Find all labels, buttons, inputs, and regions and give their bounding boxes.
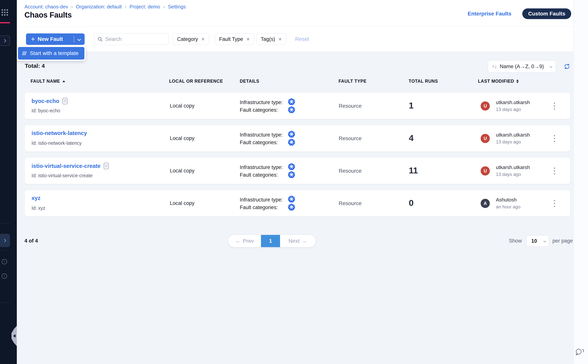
fault-type-cell: Resource xyxy=(339,200,362,207)
close-icon[interactable]: × xyxy=(279,36,281,42)
fault-row: istio-virtual-service-create Id: istio-v… xyxy=(25,157,570,184)
modified-by-user: Ashutosh xyxy=(496,197,516,203)
column-header-last-modified[interactable]: LAST MODIFIED xyxy=(478,79,519,84)
support-chat-icon[interactable] xyxy=(575,348,585,359)
sidebar-expand-button[interactable] xyxy=(0,36,10,46)
sort-ascending-icon xyxy=(62,80,65,82)
arrow-left-icon: ← xyxy=(235,238,241,244)
fault-row: istio-network-latency Id: istio-network-… xyxy=(25,125,570,152)
right-gutter xyxy=(574,0,588,364)
prev-page-button[interactable]: ← Prev xyxy=(228,235,261,247)
per-page-label: per page xyxy=(552,238,573,244)
infrastructure-type-label: Infrastructure type: xyxy=(240,99,283,105)
breadcrumb-project-link[interactable]: Project: demo xyxy=(130,4,160,10)
row-menu-kebab-icon[interactable] xyxy=(553,199,556,208)
brand-accent-bar xyxy=(0,22,10,23)
manifest-doc-icon[interactable] xyxy=(104,162,109,169)
column-label: LAST MODIFIED xyxy=(478,79,514,84)
chevron-right-icon xyxy=(3,239,6,242)
prev-label: Prev xyxy=(243,238,254,244)
custom-faults-button[interactable]: Custom Faults xyxy=(522,8,571,19)
manifest-doc-icon[interactable] xyxy=(62,98,68,104)
info-icon[interactable]: i xyxy=(2,259,7,264)
new-fault-button[interactable]: + New Fault xyxy=(26,33,85,45)
kubernetes-icon xyxy=(288,106,295,114)
sort-select[interactable]: ↑↓ Name (A→Z, 0→9) xyxy=(488,60,556,72)
app-switcher-grid-icon[interactable] xyxy=(1,9,8,16)
filter-chip-category[interactable]: Category × xyxy=(173,33,209,45)
plus-icon: + xyxy=(31,36,35,43)
fault-row: xyz Id: xyz Local copy Infrastructure ty… xyxy=(25,190,570,217)
fault-name-link[interactable]: istio-virtual-service-create xyxy=(32,163,100,169)
column-header-total-runs: TOTAL RUNS xyxy=(409,79,438,84)
menu-item-start-with-template[interactable]: Start with a template xyxy=(18,47,85,60)
avatar: A xyxy=(481,199,490,208)
breadcrumb-account-link[interactable]: Account: chaos-dev xyxy=(25,4,68,10)
kubernetes-icon xyxy=(288,130,295,138)
filter-chip-label: Fault Type xyxy=(219,36,243,42)
filter-chip-fault-type[interactable]: Fault Type × xyxy=(215,33,254,45)
breadcrumb-separator: › xyxy=(163,4,165,10)
help-info-icon[interactable]: i xyxy=(2,273,7,279)
toolbar: + New Fault Category × Fault Type × Tag(… xyxy=(17,26,574,52)
template-icon xyxy=(21,50,27,56)
table-header-row: FAULT NAME LOCAL OR REFERENCE DETAILS FA… xyxy=(17,79,574,85)
sidebar-collapse-handle[interactable] xyxy=(12,326,17,346)
avatar: U xyxy=(481,166,490,176)
modified-time: 13 days ago xyxy=(496,107,521,112)
page-header: Account: chaos-dev › Organization: defau… xyxy=(17,0,574,26)
fault-categories-label: Fault categories: xyxy=(240,172,278,178)
total-runs-cell: 1 xyxy=(409,101,414,110)
reset-filters-button[interactable]: Reset xyxy=(295,33,309,45)
chevron-down-icon xyxy=(543,240,546,242)
pagination-range-label: 4 of 4 xyxy=(25,238,38,244)
show-label: Show xyxy=(509,238,522,244)
modified-time: 13 days ago xyxy=(496,139,521,145)
local-or-reference-cell: Local copy xyxy=(170,103,195,109)
avatar: U xyxy=(481,101,490,110)
sort-arrows-icon: ↑↓ xyxy=(492,64,497,70)
modified-by-user: utkarsh.utkarsh xyxy=(496,132,530,138)
page-title: Chaos Faults xyxy=(25,11,72,19)
close-icon[interactable]: × xyxy=(247,36,250,42)
row-menu-kebab-icon[interactable] xyxy=(553,102,556,110)
filter-chip-label: Tag(s) xyxy=(261,36,275,42)
chevron-down-icon[interactable] xyxy=(77,37,81,41)
chevron-right-icon xyxy=(3,39,6,42)
local-or-reference-cell: Local copy xyxy=(170,168,195,174)
breadcrumb-settings-link[interactable]: Settings xyxy=(168,4,186,10)
main-area: Account: chaos-dev › Organization: defau… xyxy=(17,0,574,364)
row-menu-kebab-icon[interactable] xyxy=(553,167,556,175)
fault-name-link[interactable]: istio-network-latency xyxy=(32,130,87,136)
new-fault-label: New Fault xyxy=(38,36,63,42)
infrastructure-type-label: Infrastructure type: xyxy=(240,132,283,138)
sidebar-expand-button-active[interactable] xyxy=(0,234,10,247)
breadcrumb-separator: › xyxy=(71,4,73,10)
total-runs-cell: 11 xyxy=(409,166,418,176)
search-icon xyxy=(97,36,103,42)
fault-id: Id: istio-virtual-service-create xyxy=(32,173,93,178)
breadcrumb-separator: › xyxy=(125,4,126,10)
kubernetes-icon xyxy=(288,163,295,170)
fault-name-link[interactable]: byoc-echo xyxy=(32,98,59,104)
local-or-reference-cell: Local copy xyxy=(170,200,195,206)
search-input[interactable] xyxy=(105,36,166,42)
enterprise-faults-link[interactable]: Enterprise Faults xyxy=(468,11,511,17)
column-header-fault-type: FAULT TYPE xyxy=(339,79,366,84)
fault-categories-label: Fault categories: xyxy=(240,205,278,210)
row-menu-kebab-icon[interactable] xyxy=(553,134,556,143)
breadcrumb-organization-link[interactable]: Organization: default xyxy=(76,4,122,10)
next-page-button[interactable]: Next → xyxy=(280,235,316,247)
refresh-button[interactable] xyxy=(563,63,570,70)
next-label: Next xyxy=(288,238,300,244)
filter-chip-tags[interactable]: Tag(s) × xyxy=(256,33,286,45)
column-header-fault-name[interactable]: FAULT NAME xyxy=(31,79,65,84)
close-icon[interactable]: × xyxy=(202,36,205,42)
kubernetes-icon xyxy=(288,195,295,203)
search-box xyxy=(94,33,169,45)
current-page-button[interactable]: 1 xyxy=(261,235,280,247)
modified-time: an hour ago xyxy=(496,204,520,209)
page-size-value: 10 xyxy=(531,238,537,244)
fault-name-link[interactable]: xyz xyxy=(32,195,40,201)
page-size-select[interactable]: 10 xyxy=(527,235,549,247)
